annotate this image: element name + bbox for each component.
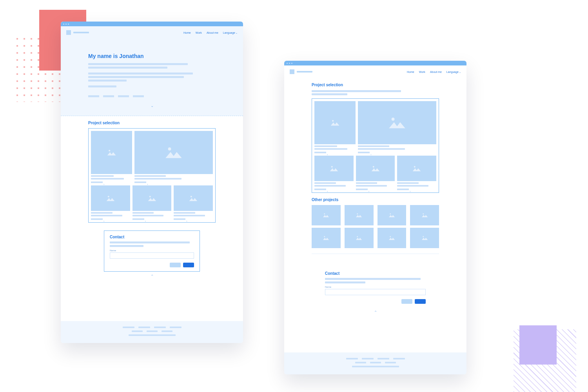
- image-placeholder-icon: [358, 101, 436, 144]
- card-more-link[interactable]: [314, 152, 326, 153]
- image-placeholder-icon: [132, 185, 172, 211]
- image-placeholder-icon: [134, 131, 213, 174]
- contact-section: Contact Name: [319, 267, 431, 308]
- nav-about[interactable]: About me: [207, 31, 218, 34]
- image-placeholder-icon: [174, 185, 213, 211]
- nav-language[interactable]: Language⌄: [446, 71, 461, 73]
- secondary-button[interactable]: [401, 299, 412, 304]
- nav-work[interactable]: Work: [196, 31, 202, 34]
- scroll-to-top-chevron[interactable]: ⌃: [284, 308, 466, 317]
- image-placeholder-icon: [314, 101, 356, 144]
- project-card[interactable]: [132, 185, 172, 220]
- name-field-label: Name: [110, 249, 194, 252]
- image-placeholder-icon: [91, 131, 132, 174]
- scroll-down-chevron[interactable]: ⌄: [88, 101, 216, 110]
- image-placeholder-icon: [314, 156, 354, 181]
- card-more-link[interactable]: [91, 218, 103, 220]
- section-heading-contact: Contact: [110, 235, 194, 239]
- section-heading-other-projects: Other projects: [312, 198, 439, 202]
- project-card[interactable]: [356, 156, 395, 190]
- other-project-thumb[interactable]: [345, 228, 374, 248]
- nav-language[interactable]: Language⌄: [223, 31, 238, 34]
- card-more-link[interactable]: [174, 218, 185, 220]
- top-navigation: Home Work About me Language⌄: [61, 26, 243, 39]
- card-more-link[interactable]: [132, 218, 144, 220]
- section-heading-project-selection: Project selection: [312, 83, 439, 87]
- page-footer: [61, 321, 243, 343]
- scroll-to-top-chevron[interactable]: ⌃: [61, 272, 243, 281]
- other-project-thumb[interactable]: [312, 228, 341, 248]
- project-selection-container: [312, 98, 439, 193]
- project-card[interactable]: [174, 185, 213, 220]
- top-navigation: Home Work About me Language⌄: [284, 65, 466, 78]
- other-project-thumb[interactable]: [377, 228, 407, 248]
- other-projects-section: Other projects: [284, 193, 466, 260]
- wireframe-work-page: Home Work About me Language⌄ Project sel…: [284, 61, 466, 374]
- card-more-link[interactable]: [397, 189, 409, 190]
- project-card[interactable]: [397, 156, 436, 190]
- name-field-label: Name: [325, 286, 426, 288]
- hero-tags: [88, 95, 216, 97]
- image-placeholder-icon: [91, 185, 130, 211]
- image-placeholder-icon: [356, 156, 395, 181]
- hero-title: My name is Jonathan: [88, 53, 216, 59]
- nav-home[interactable]: Home: [407, 71, 414, 73]
- project-card[interactable]: [134, 131, 213, 183]
- project-selection-section: Project selection: [61, 116, 243, 223]
- site-logo[interactable]: [66, 30, 89, 35]
- divider: [312, 254, 439, 254]
- project-selection-section: Project selection: [284, 78, 466, 193]
- browser-titlebar: [284, 61, 466, 65]
- wireframe-home-page: Home Work About me Language⌄ My name is …: [61, 22, 243, 343]
- nav-about[interactable]: About me: [430, 71, 442, 73]
- nav-work[interactable]: Work: [419, 71, 425, 73]
- hero-section: My name is Jonathan ⌄: [61, 39, 243, 116]
- primary-submit-button[interactable]: [415, 299, 426, 304]
- image-placeholder-icon: [397, 156, 436, 181]
- name-input[interactable]: [110, 252, 194, 259]
- browser-titlebar: [61, 22, 243, 26]
- chevron-down-icon: ⌄: [236, 32, 238, 34]
- primary-submit-button[interactable]: [183, 263, 194, 267]
- name-input[interactable]: [325, 289, 426, 295]
- card-more-link[interactable]: [91, 181, 103, 183]
- card-more-link[interactable]: [134, 181, 146, 183]
- other-project-thumb[interactable]: [410, 228, 439, 248]
- site-logo[interactable]: [290, 69, 312, 74]
- project-card[interactable]: [91, 185, 130, 220]
- page-footer: [284, 352, 466, 374]
- section-heading-contact: Contact: [325, 271, 426, 276]
- project-card[interactable]: [358, 101, 436, 153]
- secondary-button[interactable]: [170, 263, 181, 267]
- card-more-link[interactable]: [358, 152, 370, 153]
- project-card[interactable]: [314, 156, 354, 190]
- nav-home[interactable]: Home: [183, 31, 191, 34]
- chevron-down-icon: ⌄: [459, 71, 461, 73]
- contact-section: Contact Name: [104, 230, 200, 272]
- decorative-purple-block: [519, 325, 557, 365]
- project-selection-container: [88, 128, 216, 223]
